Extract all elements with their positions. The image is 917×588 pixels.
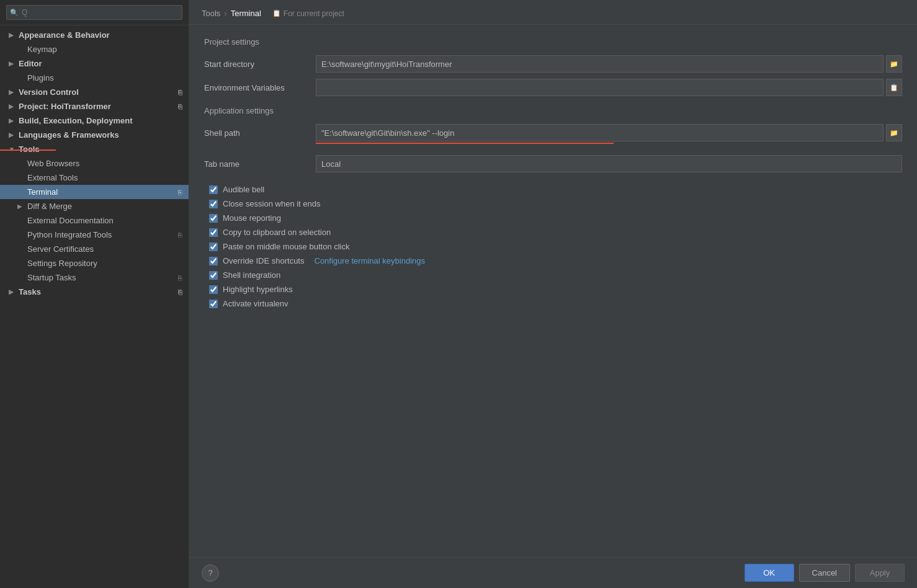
sidebar-item-label: Diff & Merge xyxy=(27,202,182,211)
activate-virtualenv-label: Activate virtualenv xyxy=(223,299,289,308)
sidebar-item-label: Plugins xyxy=(27,73,182,82)
start-directory-input[interactable] xyxy=(316,55,883,73)
copy-icon: ⎘ xyxy=(178,231,182,239)
shell-integration-label: Shell integration xyxy=(223,270,280,280)
tab-name-label: Tab name xyxy=(204,159,316,169)
sidebar-item-tasks[interactable]: ▶ Tasks ⎘ xyxy=(0,285,189,299)
sidebar-item-settings-repo[interactable]: Settings Repository xyxy=(0,256,189,270)
sidebar-item-keymap[interactable]: Keymap xyxy=(0,42,189,56)
sidebar-item-label: Python Integrated Tools xyxy=(27,230,176,239)
sidebar-item-editor[interactable]: ▶ Editor xyxy=(0,56,189,71)
sidebar-item-external-docs[interactable]: External Documentation xyxy=(0,213,189,228)
tab-name-input-wrap xyxy=(316,155,902,172)
highlight-hyperlinks-checkbox[interactable] xyxy=(209,285,218,294)
copy-icon: ⎘ xyxy=(178,274,182,282)
cancel-button[interactable]: Cancel xyxy=(799,564,850,582)
help-button[interactable]: ? xyxy=(202,564,219,582)
sidebar-item-server-certs[interactable]: Server Certificates xyxy=(0,242,189,256)
sidebar-item-label: Project: HoiTransformer xyxy=(19,102,176,111)
footer-left: ? xyxy=(202,564,219,582)
copy-clipboard-checkbox[interactable] xyxy=(209,228,218,237)
dialog-body: 🔍 ▶ Appearance & Behavior Keymap ▶ xyxy=(0,0,917,588)
arrow-icon: ▶ xyxy=(17,203,25,210)
shell-path-browse-button[interactable]: 📁 xyxy=(886,124,902,141)
project-icon: 📋 xyxy=(272,9,281,17)
override-ide-label: Override IDE shortcuts xyxy=(223,256,305,265)
sidebar-item-label: Tasks xyxy=(19,287,176,296)
sidebar-item-web-browsers[interactable]: Web Browsers xyxy=(0,156,189,171)
sidebar-item-label: Startup Tasks xyxy=(27,273,176,282)
paste-middle-label: Paste on middle mouse button click xyxy=(223,242,350,251)
env-variables-row: Environment Variables 📋 xyxy=(204,79,902,96)
copy-icon: ⎘ xyxy=(178,103,182,110)
sidebar-item-tools[interactable]: ▼ Tools xyxy=(0,142,189,156)
tab-name-row: Tab name xyxy=(204,155,902,172)
sidebar-tree: ▶ Appearance & Behavior Keymap ▶ Editor … xyxy=(0,25,189,588)
override-ide-checkbox[interactable] xyxy=(209,257,218,265)
sidebar-item-external-tools[interactable]: External Tools xyxy=(0,171,189,185)
sidebar-item-label: Web Browsers xyxy=(27,159,182,168)
copy-icon: ⎘ xyxy=(178,189,182,196)
start-directory-row: Start directory 📁 xyxy=(204,55,902,73)
arrow-icon: ▶ xyxy=(9,32,16,38)
sidebar-item-terminal[interactable]: Terminal ⎘ xyxy=(0,185,189,199)
mouse-reporting-row: Mouse reporting xyxy=(204,211,902,225)
main-content: Tools › Terminal 📋 For current project P… xyxy=(189,0,917,588)
search-input[interactable] xyxy=(6,5,182,20)
sidebar-item-python-tools[interactable]: Python Integrated Tools ⎘ xyxy=(0,228,189,242)
sidebar-search-area: 🔍 xyxy=(0,0,189,25)
sidebar-item-label: Languages & Frameworks xyxy=(19,130,182,140)
sidebar-item-diff-merge[interactable]: ▶ Diff & Merge xyxy=(0,199,189,213)
env-variables-browse-button[interactable]: 📋 xyxy=(886,79,902,96)
configure-keybindings-link[interactable]: Configure terminal keybindings xyxy=(315,256,425,265)
shell-path-input-wrap: 📁 xyxy=(316,124,902,141)
copy-clipboard-row: Copy to clipboard on selection xyxy=(204,225,902,239)
sidebar-item-languages[interactable]: ▶ Languages & Frameworks xyxy=(0,128,189,142)
breadcrumb-terminal: Terminal xyxy=(231,9,261,18)
sidebar-item-build[interactable]: ▶ Build, Execution, Deployment xyxy=(0,114,189,128)
breadcrumb-tools: Tools xyxy=(202,9,220,18)
search-icon: 🔍 xyxy=(10,9,19,17)
sidebar-item-label: Server Certificates xyxy=(27,244,182,254)
env-variables-input[interactable] xyxy=(316,79,883,96)
close-session-label: Close session when it ends xyxy=(223,199,321,208)
search-wrap: 🔍 xyxy=(6,5,182,20)
sidebar-item-version-control[interactable]: ▶ Version Control ⎘ xyxy=(0,85,189,99)
ok-button[interactable]: OK xyxy=(745,564,794,582)
project-settings-title: Project settings xyxy=(204,37,902,47)
mouse-reporting-checkbox[interactable] xyxy=(209,214,218,223)
arrow-icon: ▶ xyxy=(9,89,16,96)
sidebar-item-label: Editor xyxy=(19,59,182,68)
copy-icon: ⎘ xyxy=(178,288,182,296)
activate-virtualenv-checkbox[interactable] xyxy=(209,300,218,308)
close-session-checkbox[interactable] xyxy=(209,200,218,208)
paste-middle-checkbox[interactable] xyxy=(209,243,218,251)
tab-name-input[interactable] xyxy=(316,155,902,172)
start-directory-label: Start directory xyxy=(204,60,316,69)
apply-button[interactable]: Apply xyxy=(855,564,905,582)
footer-right: OK Cancel Apply xyxy=(745,564,905,582)
start-directory-browse-button[interactable]: 📁 xyxy=(886,55,902,73)
sidebar-item-appearance[interactable]: ▶ Appearance & Behavior xyxy=(0,28,189,42)
sidebar-item-project[interactable]: ▶ Project: HoiTransformer ⎘ xyxy=(0,99,189,114)
folder-icon: 📁 xyxy=(890,60,898,68)
audible-bell-checkbox[interactable] xyxy=(209,185,218,194)
highlight-hyperlinks-row: Highlight hyperlinks xyxy=(204,282,902,296)
env-variables-label: Environment Variables xyxy=(204,83,316,92)
start-directory-input-wrap: 📁 xyxy=(316,55,902,73)
arrow-icon: ▶ xyxy=(9,103,16,110)
arrow-icon: ▶ xyxy=(9,288,16,295)
shell-path-input[interactable] xyxy=(316,124,883,141)
sidebar-item-label: Keymap xyxy=(27,45,182,54)
shell-path-label: Shell path xyxy=(204,128,316,138)
shell-path-row: Shell path 📁 xyxy=(204,124,902,141)
audible-bell-row: Audible bell xyxy=(204,182,902,197)
mouse-reporting-label: Mouse reporting xyxy=(223,213,281,223)
breadcrumb-project: 📋 For current project xyxy=(272,9,344,18)
sidebar-item-plugins[interactable]: Plugins xyxy=(0,71,189,85)
help-label: ? xyxy=(208,568,212,577)
activate-virtualenv-row: Activate virtualenv xyxy=(204,296,902,311)
sidebar-item-startup-tasks[interactable]: Startup Tasks ⎘ xyxy=(0,270,189,285)
folder-icon: 📁 xyxy=(890,129,898,137)
shell-integration-checkbox[interactable] xyxy=(209,271,218,280)
